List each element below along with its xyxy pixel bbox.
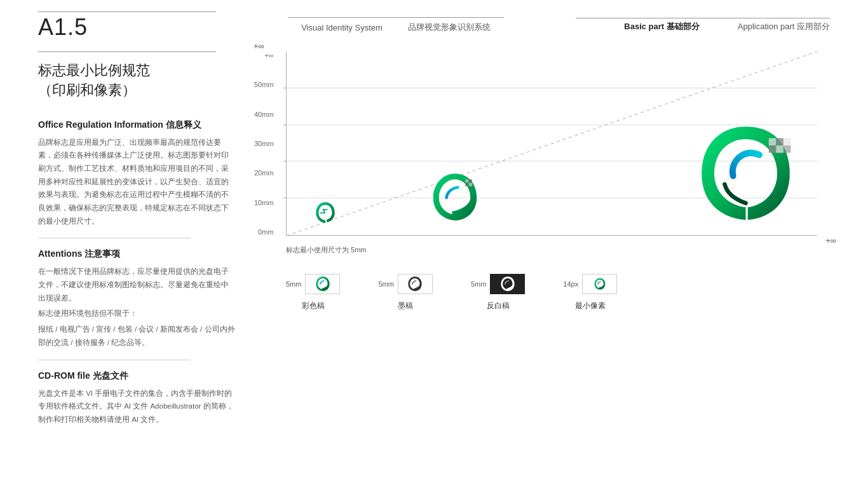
svg-rect-1 [465,179,468,182]
sample-color-row: 5mm [286,274,340,294]
sample-pixel-box [582,274,617,294]
chart-grid: +∞ +∞ [286,51,817,236]
sample-color-caption: 彩色稿 [302,301,325,311]
bottom-samples: 5mm [254,274,830,311]
svg-rect-4 [469,183,472,186]
sample-color-box [305,274,340,294]
section2-heading: Attentions 注意事项 [38,248,235,260]
divider-2 [38,360,191,360]
header-right-labels: Basic part 基础部分 Application part 应用部分 [624,21,830,32]
header-left: A1.5 [38,11,216,39]
chart-logo-small [312,200,339,229]
sample-white-size: 5mm [471,280,486,288]
section2-body2: 标志使用环境包括但不限于： [38,307,235,320]
page-code: A1.5 [38,16,216,39]
sample-white: 5mm 反白稿 [471,274,525,311]
header-top-line [38,11,216,12]
app-part-label: Application part 应用部分 [738,21,830,32]
page-header: A1.5 Visual Identity System 品牌视觉形象识别系统 B… [0,0,868,39]
y-inf-label: +∞ [254,41,264,51]
svg-rect-10 [783,146,791,153]
sample-pixel-caption: 最小像素 [575,301,606,311]
sample-pixel: 14px [563,274,617,311]
sample-gray-caption: 墨稿 [398,301,413,311]
y-label-20: 20mm [254,169,274,177]
y-label-0: 0mm [258,228,273,236]
sample-gray-row: 5mm [378,274,432,294]
sample-gray-box [398,274,433,294]
divider-1 [38,238,191,238]
svg-rect-8 [776,146,783,153]
min-size-label: 标志最小使用尺寸为 5mm [286,245,367,255]
y-label-inf: +∞ [264,51,273,59]
svg-rect-5 [769,138,776,146]
svg-rect-6 [776,138,783,146]
chart-area: +∞ 50mm 40mm 30mm 20mm 10mm 0mm [254,51,830,255]
vis-identity-label: Visual Identity System [301,23,383,32]
chart-logo-large [693,121,798,229]
left-column: 标志最小比例规范 （印刷和像素） Office Regulation Infor… [38,39,254,482]
section2-body1: 在一般情况下使用品牌标志，应尽量使用提供的光盘电子文件，不建议使用标准制图绘制标… [38,265,235,304]
header-center: Visual Identity System 品牌视觉形象识别系统 [288,17,504,33]
sample-color-size: 5mm [286,280,301,288]
sample-white-caption: 反白稿 [487,301,510,311]
main-content: 标志最小比例规范 （印刷和像素） Office Regulation Infor… [0,39,868,482]
basic-part-label: Basic part 基础部分 [624,21,699,32]
sample-white-box [490,274,525,294]
header-right-line [576,18,830,18]
brand-title-label: 品牌视觉形象识别系统 [408,22,491,33]
page-title-line [38,51,216,52]
section3-heading: CD-ROM file 光盘文件 [38,370,235,382]
y-label-10: 10mm [254,199,274,207]
chart-logo-medium [426,169,484,229]
header-right: Basic part 基础部分 Application part 应用部分 [576,18,830,32]
right-column: +∞ 50mm 40mm 30mm 20mm 10mm 0mm [254,39,830,482]
y-label-50: 50mm [254,81,274,88]
page-title: 标志最小比例规范 （印刷和像素） [38,61,235,100]
svg-rect-9 [783,138,791,146]
section2-body3: 报纸 / 电视广告 / 宣传 / 包装 / 会议 / 新闻发布会 / 公司内外部… [38,323,235,349]
svg-rect-7 [769,146,776,153]
header-center-line [288,17,504,18]
y-label-30: 30mm [254,140,274,147]
y-axis: +∞ 50mm 40mm 30mm 20mm 10mm 0mm [254,51,279,236]
svg-rect-2 [469,179,472,182]
sample-pixel-size: 14px [563,280,578,288]
header-center-labels: Visual Identity System 品牌视觉形象识别系统 [301,22,491,33]
svg-rect-3 [465,183,468,186]
x-inf-label: +∞ [825,236,836,245]
sample-gray-size: 5mm [378,280,393,288]
section1-heading: Office Regulation Information 信息释义 [38,119,235,131]
section1-body: 品牌标志是应用最为广泛、出现频率最高的规范传达要素，必须在各种传播媒体上广泛使用… [38,136,235,228]
sample-gray: 5mm 墨稿 [378,274,432,311]
y-label-40: 40mm [254,111,274,118]
section3-body: 光盘文件是本 VI 手册电子文件的集合，内含手册制作时的专用软件格式文件。其中 … [38,387,235,426]
sample-color: 5mm [286,274,340,311]
sample-pixel-row: 14px [563,274,617,294]
sample-white-row: 5mm [471,274,525,294]
